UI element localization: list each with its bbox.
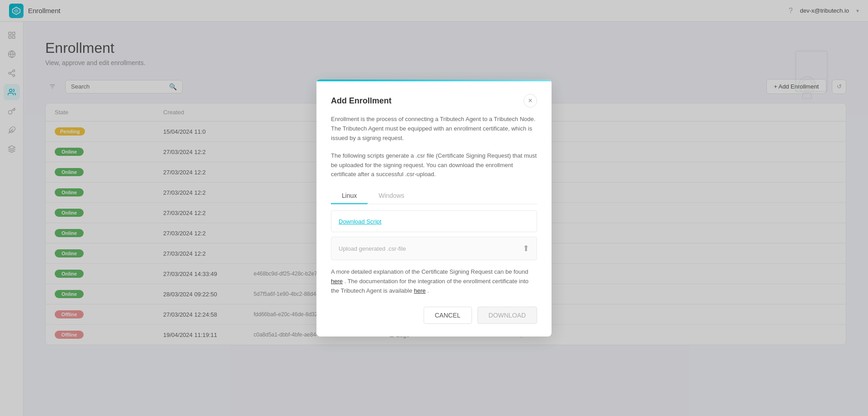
modal-body: Add Enrollment × Enrollment is the proce… bbox=[316, 81, 552, 336]
footer-text-2: . The documentation for the integration … bbox=[331, 278, 528, 294]
footer-link-here-2[interactable]: here bbox=[414, 287, 426, 294]
footer-link-here-1[interactable]: here bbox=[331, 278, 343, 285]
modal-title: Add Enrollment bbox=[331, 96, 392, 106]
close-icon: × bbox=[528, 97, 532, 105]
tab-windows[interactable]: Windows bbox=[368, 187, 415, 204]
tab-linux-label: Linux bbox=[342, 192, 357, 199]
modal-overlay: Add Enrollment × Enrollment is the proce… bbox=[0, 0, 868, 416]
tab-linux[interactable]: Linux bbox=[331, 187, 368, 204]
modal-header: Add Enrollment × bbox=[331, 94, 537, 108]
modal-tabs: Linux Windows bbox=[331, 187, 537, 204]
upload-icon: ⬆ bbox=[523, 243, 529, 253]
footer-text-3: . bbox=[427, 287, 429, 294]
tab-windows-label: Windows bbox=[378, 192, 404, 199]
modal-close-button[interactable]: × bbox=[524, 94, 537, 108]
download-button[interactable]: DOWNLOAD bbox=[477, 307, 537, 324]
upload-csr-row[interactable]: Upload generated .csr-file ⬆ bbox=[331, 237, 537, 260]
cancel-button[interactable]: CANCEL bbox=[424, 307, 472, 324]
download-script-link[interactable]: Download Script bbox=[339, 218, 382, 225]
modal-footer-text: A more detailed explanation of the Certi… bbox=[331, 267, 537, 295]
modal-actions: CANCEL DOWNLOAD bbox=[331, 305, 537, 324]
modal-description-1: Enrollment is the process of connecting … bbox=[331, 115, 537, 143]
modal-description-2: The following scripts generate a .csr fi… bbox=[331, 151, 537, 179]
footer-text-1: A more detailed explanation of the Certi… bbox=[331, 268, 528, 275]
download-script-row: Download Script bbox=[331, 210, 537, 232]
add-enrollment-modal: Add Enrollment × Enrollment is the proce… bbox=[316, 79, 552, 336]
upload-csr-label: Upload generated .csr-file bbox=[339, 245, 406, 252]
